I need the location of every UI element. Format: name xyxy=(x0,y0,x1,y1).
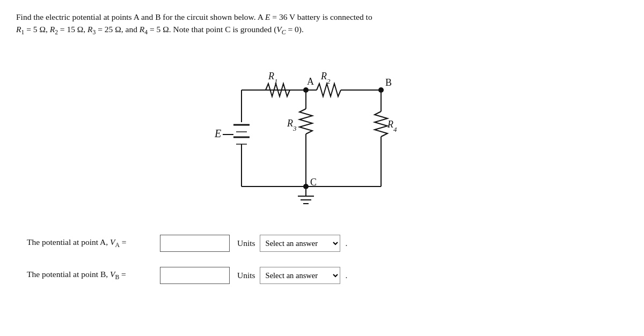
answer-row-b: The potential at point B, VB = Units Sel… xyxy=(27,267,628,284)
c-label: C xyxy=(310,177,317,188)
r4-label: R4 xyxy=(387,119,397,133)
r1-label: R1 xyxy=(268,71,278,85)
node-c-dot xyxy=(303,184,309,189)
period-b: . xyxy=(346,271,348,280)
units-label-a: Units xyxy=(237,238,255,248)
problem-text: Find the electric potential at points A … xyxy=(16,11,499,38)
input-va[interactable] xyxy=(160,235,230,252)
a-label: A xyxy=(307,76,314,87)
period-a: . xyxy=(346,238,348,248)
problem-line1: Find the electric potential at points A … xyxy=(16,12,372,21)
units-select-b[interactable]: Select an answer V mV kV xyxy=(260,267,340,284)
label-va: The potential at point A, VA = xyxy=(27,237,156,249)
answer-section: The potential at point A, VA = Units Sel… xyxy=(16,235,628,284)
label-vb: The potential at point B, VB = xyxy=(27,270,156,281)
b-label: B xyxy=(385,77,392,88)
e-label: E xyxy=(214,128,221,139)
input-vb[interactable] xyxy=(160,267,230,284)
circuit-diagram: E R1 A R2 B R4 xyxy=(134,47,510,219)
r3-label: R3 xyxy=(287,118,297,132)
problem-line2: R1 = 5 Ω, R2 = 15 Ω, R3 = 25 Ω, and R4 =… xyxy=(16,25,304,34)
units-select-a[interactable]: Select an answer V mV kV xyxy=(260,235,340,252)
r2-label: R2 xyxy=(320,71,331,85)
answer-row-a: The potential at point A, VA = Units Sel… xyxy=(27,235,628,252)
units-label-b: Units xyxy=(237,271,255,280)
